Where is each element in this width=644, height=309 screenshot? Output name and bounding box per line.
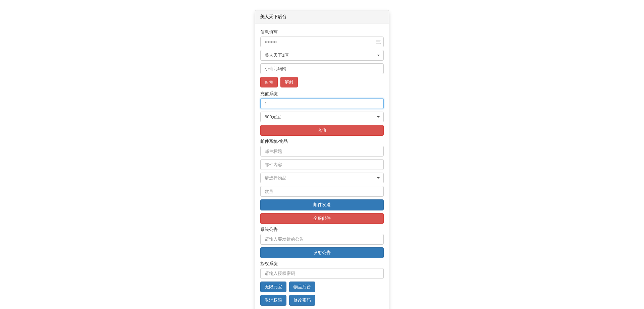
item-backend-button[interactable]: 物品后台	[289, 282, 315, 292]
password-field-wrap	[260, 37, 384, 47]
mail-section-label: 邮件系统-物品	[260, 138, 384, 144]
auth-button-group-2: 取消权限 修改密码	[260, 295, 384, 308]
auth-section-label: 授权系统	[260, 261, 384, 267]
mail-item-select[interactable]: 请选择物品	[260, 173, 384, 183]
chevron-down-icon	[377, 116, 380, 118]
admin-panel: 美人天下后台 信息填写 美人天下1区 封号 解封 充值系统 600元宝 充值	[255, 10, 389, 309]
currency-select[interactable]: 600元宝	[260, 112, 384, 122]
unlimited-currency-button[interactable]: 无限元宝	[260, 282, 286, 292]
mail-quantity-input[interactable]	[260, 186, 384, 197]
auth-button-group-1: 无限元宝 物品后台	[260, 282, 384, 295]
announce-section-label: 系统公告	[260, 227, 384, 233]
recharge-amount-input[interactable]	[260, 98, 384, 109]
mail-send-button[interactable]: 邮件发送	[260, 199, 384, 210]
mail-content-input[interactable]	[260, 159, 384, 170]
username-input[interactable]	[260, 63, 384, 74]
mail-title-input[interactable]	[260, 146, 384, 157]
mail-item-select-value[interactable]: 请选择物品	[260, 173, 384, 183]
ban-button[interactable]: 封号	[260, 77, 278, 87]
server-select[interactable]: 美人天下1区	[260, 50, 384, 61]
chevron-down-icon	[377, 55, 380, 56]
panel-title: 美人天下后台	[255, 10, 389, 23]
mail-all-server-button[interactable]: 全服邮件	[260, 213, 384, 224]
currency-select-value[interactable]: 600元宝	[260, 112, 384, 122]
panel-body: 信息填写 美人天下1区 封号 解封 充值系统 600元宝 充值 邮件系统-物品	[255, 23, 389, 309]
announce-input[interactable]	[260, 234, 384, 245]
cancel-permission-button[interactable]: 取消权限	[260, 295, 286, 306]
recharge-button[interactable]: 充值	[260, 125, 384, 136]
info-section-label: 信息填写	[260, 29, 384, 35]
server-select-value[interactable]: 美人天下1区	[260, 50, 384, 61]
recharge-section-label: 充值系统	[260, 91, 384, 97]
change-password-button[interactable]: 修改密码	[289, 295, 315, 306]
unban-button[interactable]: 解封	[280, 77, 298, 87]
password-input[interactable]	[260, 37, 384, 47]
keyboard-icon[interactable]	[376, 40, 381, 44]
ban-button-group: 封号 解封	[260, 77, 384, 90]
chevron-down-icon	[377, 177, 380, 179]
announce-send-button[interactable]: 发射公告	[260, 247, 384, 258]
auth-password-input[interactable]	[260, 268, 384, 279]
